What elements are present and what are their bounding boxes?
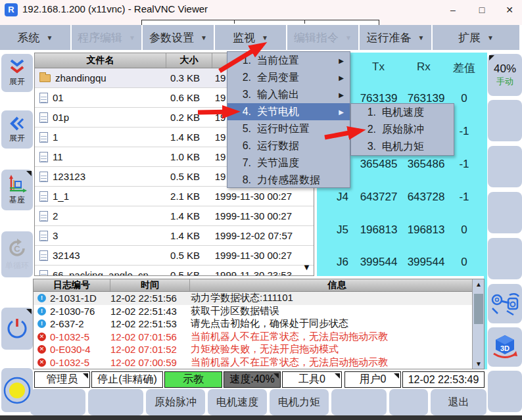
submenu-item-motor-torque[interactable]: 3.电机力矩 [351,138,454,155]
menu-label: 参数设置 [149,30,194,45]
menu-item-number: 7. [237,157,251,169]
monitor-dropdown-menu: 1.当前位置▶ 2.全局变量▶ 3.输入输出▶ 4.关节电机▶ 5.运行时位置 … [227,51,350,188]
status-speed[interactable]: 速度:40% [224,371,281,388]
bottom-taskbar-strip [0,415,522,420]
right-button-5[interactable] [488,238,522,279]
log-row[interactable]: ✕ [34,369,484,369]
file-size: 0.3 KB [166,72,212,83]
right-button-3[interactable] [488,146,522,187]
column-header-filename[interactable]: 文件名 [35,53,166,68]
menu-run-prepare[interactable]: 运行准备▼ [360,25,431,50]
fn-button-2[interactable] [88,389,143,415]
fn-button-6[interactable] [331,389,387,415]
joint-label: J4 [337,191,348,204]
submenu-arrow-icon: ▶ [339,108,344,116]
menu-item-label: 输入输出 [257,88,299,102]
sidebar-button-label: 展开 [9,76,25,87]
jog-controller-button[interactable] [488,284,522,323]
joint-tx-value: 399544 [355,256,402,269]
base-axes-icon [7,175,27,193]
scroll-down-icon[interactable]: ▼ [302,262,311,272]
submenu-arrow-icon: ▶ [339,91,344,99]
scroll-down-icon[interactable]: ▼ [473,360,485,367]
status-run-state[interactable]: 停止(非精确) [91,371,163,388]
menu-item-joint-motor[interactable]: 4.关节电机▶ [227,103,350,120]
sidebar-power-button[interactable] [1,308,33,350]
raw-pulse-button[interactable]: 原始脉冲 [146,389,205,415]
menu-item-label: 原始脉冲 [382,123,424,137]
sidebar-expand-down-button[interactable]: 展开 [1,54,33,92]
fn-button-label: 电机力矩 [278,396,320,409]
log-row[interactable]: ✕0-1032-512-02 07:00:59当前机器人不在正常状态，无法启动拖… [34,356,484,369]
column-header-time[interactable]: 时间 [110,279,190,291]
sidebar-single-loop-button: C 单循环 [1,231,33,277]
menu-item-input-output[interactable]: 3.输入输出▶ [227,86,350,103]
motor-torque-button[interactable]: 电机力矩 [270,389,329,415]
menu-item-runtime-position[interactable]: 5.运行时位置 [227,120,350,137]
maximize-button[interactable]: □ [471,0,493,20]
file-row[interactable]: 66_packing_angle_cn0.5 KB1999-11-30 23:5… [35,266,314,276]
joint-rx-value: 643728 [402,191,450,204]
fn-button-label: 退出 [448,396,469,409]
scrollbar-thumb[interactable] [474,294,483,324]
joint-tx-value: 196813 [355,223,402,237]
view-3d-button[interactable]: 3D [488,327,522,367]
status-teach-mode[interactable]: 示教 [164,371,222,388]
sidebar-base-frame-button[interactable]: 基座 [1,170,33,210]
submenu-item-motor-speed[interactable]: 1.电机速度 [351,104,454,121]
joint-motor-submenu: 1.电机速度 2.原始脉冲 3.电机力矩 [350,103,454,156]
column-header-info[interactable]: 信息 [190,279,484,291]
file-row[interactable]: 21.4 KB1999-11-30 00:27 [35,206,314,226]
menu-item-run-data[interactable]: 6.运行数据 [227,137,350,154]
sidebar-expand-left-button[interactable]: 展开 [1,110,33,149]
menu-item-number: 2. [237,72,251,83]
status-tool[interactable]: 工具0 [282,371,342,388]
log-time: 12-02 22:51:56 [110,292,191,304]
log-row[interactable]: !2-637-212-02 22:51:53请先点击初始化，确保处于同步状态 [34,317,484,331]
menu-item-global-variables[interactable]: 2.全局变量▶ [227,69,350,86]
menu-item-label: 运行时位置 [257,122,310,136]
close-button[interactable]: ✕ [498,0,521,20]
log-message: 请先点击初始化，确保处于同步状态 [191,317,484,330]
menu-item-joint-temperature[interactable]: 7.关节温度 [227,154,350,172]
status-user-role[interactable]: 管理员 [34,371,90,388]
menu-system[interactable]: 系统▼ [0,25,70,50]
column-header-log-id[interactable]: 日志编号 [34,279,110,291]
file-icon [39,93,48,103]
menu-parameter-settings[interactable]: 参数设置▼ [143,25,214,50]
speed-mode-button[interactable]: 40% 手动 [488,54,522,96]
joint-rx-value: 399544 [402,256,450,269]
file-row[interactable]: 321430.5 KB1999-11-30 00:27 [35,246,314,266]
sidebar-record-button[interactable] [1,368,33,412]
loop-icon: C [7,238,28,259]
speed-value: 40% [494,62,516,76]
menu-item-current-position[interactable]: 1.当前位置▶ [227,52,350,69]
log-row[interactable]: !2-1031-1D12-02 22:51:56动力学数据状态:111101 [34,292,484,305]
file-row[interactable]: 1_12.1 KB1999-11-30 00:27 [35,187,314,206]
log-row[interactable]: ✕0-E030-412-02 07:01:52力矩校验失败，无法开启拖动模式 [34,343,484,356]
right-button-2[interactable] [488,100,522,141]
column-header-size[interactable]: 大小 [166,53,212,68]
chevron-down-icon: ▼ [345,34,352,41]
minimize-button[interactable]: – [442,0,464,20]
menu-extension[interactable]: 扩展▼ [433,25,519,50]
log-scrollbar[interactable]: ▲ ▼ [472,279,484,369]
motor-speed-button[interactable]: 电机速度 [208,389,267,415]
file-date: 1999-12-02 07:57 [212,230,314,241]
file-row[interactable]: 31.4 KB1999-12-02 07:57 [35,226,314,246]
scroll-up-icon[interactable]: ▲ [473,281,485,288]
menu-label: 扩展 [458,30,481,45]
right-button-8[interactable] [488,371,522,412]
menu-item-label: 电机速度 [382,106,424,120]
status-user-frame[interactable]: 用户0 [344,371,401,388]
log-row[interactable]: ✕0-1032-512-02 07:01:56当前机器人不在正常状态，无法启动拖… [34,331,484,344]
exit-button[interactable]: 退出 [431,389,486,415]
fn-button-7[interactable] [389,389,428,415]
submenu-item-raw-pulse[interactable]: 2.原始脉冲 [351,121,454,138]
fn-button-1[interactable] [30,389,85,415]
menu-monitor[interactable]: 监视▼ [215,25,286,50]
right-button-4[interactable] [488,192,522,233]
menu-item-force-sensor-data[interactable]: 8.力传感器数据 [227,172,350,189]
log-row[interactable]: !2-1030-7612-02 22:51:43获取干涉区数据错误 [34,305,484,318]
file-size: 1.4 KB [166,230,212,241]
